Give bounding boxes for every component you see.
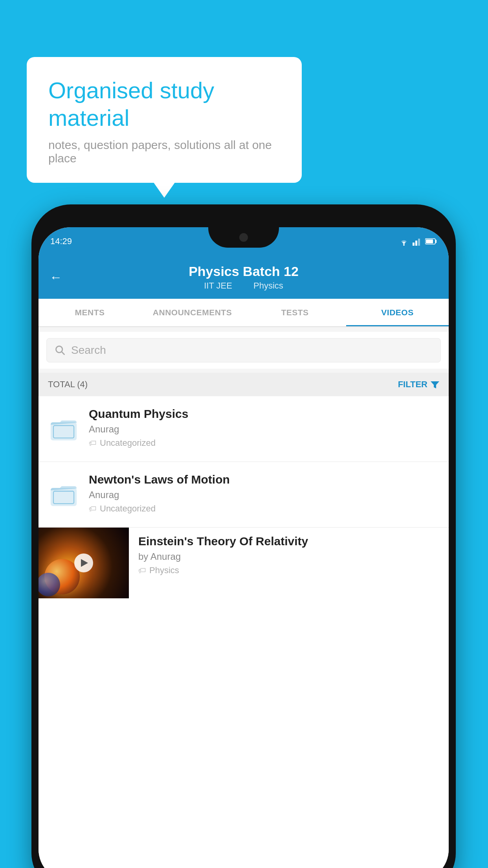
play-icon <box>81 559 88 567</box>
video-thumbnail-3 <box>39 528 129 598</box>
folder-icon <box>50 416 77 442</box>
video-tag-1: 🏷 Uncategorized <box>89 438 439 448</box>
tab-videos[interactable]: VIDEOS <box>346 299 449 326</box>
video-author-1: Anurag <box>89 424 439 435</box>
filter-icon <box>431 381 439 388</box>
speech-bubble: Organised study material notes, question… <box>27 57 302 183</box>
search-input-wrapper[interactable]: Search <box>46 338 441 362</box>
app-header: ← Physics Batch 12 IIT JEE Physics <box>39 256 449 299</box>
svg-rect-3 <box>418 239 420 246</box>
camera <box>239 233 248 242</box>
video-title-2: Newton's Laws of Motion <box>89 473 439 486</box>
notch <box>208 227 279 248</box>
svg-point-0 <box>403 244 405 246</box>
video-author-3: by Anurag <box>138 551 449 562</box>
video-thumbnail-2 <box>48 473 79 516</box>
folder-icon <box>50 481 77 508</box>
header-subtitle: IIT JEE Physics <box>199 281 288 291</box>
video-info-3: Einstein's Theory Of Relativity by Anura… <box>138 528 449 576</box>
status-bar: 14:29 <box>39 227 449 256</box>
video-info-2: Newton's Laws of Motion Anurag 🏷 Uncateg… <box>89 473 439 514</box>
speech-bubble-subtitle: notes, question papers, solutions all at… <box>48 138 280 165</box>
svg-line-8 <box>62 352 64 354</box>
subtitle-iitjee: IIT JEE <box>204 281 232 291</box>
svg-marker-9 <box>431 381 439 388</box>
svg-rect-1 <box>413 243 415 246</box>
total-count: TOTAL (4) <box>48 379 88 390</box>
video-tag-2: 🏷 Uncategorized <box>89 504 439 514</box>
svg-rect-6 <box>426 239 433 243</box>
back-button[interactable]: ← <box>50 270 62 285</box>
search-input[interactable]: Search <box>71 344 106 357</box>
list-item[interactable]: Einstein's Theory Of Relativity by Anura… <box>39 528 449 609</box>
subtitle-physics: Physics <box>253 281 283 291</box>
content-area: Quantum Physics Anurag 🏷 Uncategorized <box>39 396 449 868</box>
svg-rect-2 <box>415 241 417 246</box>
status-icons <box>398 237 437 246</box>
tabs-bar: MENTS ANNOUNCEMENTS TESTS VIDEOS <box>39 299 449 327</box>
play-button[interactable] <box>74 554 93 572</box>
tag-icon-1: 🏷 <box>89 439 97 448</box>
wifi-icon <box>398 237 409 246</box>
tab-announcements[interactable]: ANNOUNCEMENTS <box>141 299 244 326</box>
phone-frame: 14:29 <box>31 204 456 868</box>
svg-rect-5 <box>435 240 437 243</box>
speech-bubble-title: Organised study material <box>48 77 280 131</box>
battery-icon <box>425 238 437 245</box>
tab-tests[interactable]: TESTS <box>244 299 346 326</box>
tag-icon-3: 🏷 <box>138 566 146 575</box>
phone-screen: 14:29 <box>39 227 449 868</box>
video-thumbnail-1 <box>48 407 79 451</box>
search-icon <box>55 345 66 356</box>
filter-button[interactable]: FILTER <box>398 379 439 390</box>
video-tag-3: 🏷 Physics <box>138 565 449 576</box>
video-author-2: Anurag <box>89 489 439 500</box>
list-item[interactable]: Newton's Laws of Motion Anurag 🏷 Uncateg… <box>39 462 449 528</box>
video-title-3: Einstein's Theory Of Relativity <box>138 535 449 548</box>
video-info-1: Quantum Physics Anurag 🏷 Uncategorized <box>89 407 439 448</box>
list-item[interactable]: Quantum Physics Anurag 🏷 Uncategorized <box>39 396 449 462</box>
status-time: 14:29 <box>50 236 72 246</box>
search-container: Search <box>39 332 449 369</box>
video-title-1: Quantum Physics <box>89 407 439 421</box>
tab-ments[interactable]: MENTS <box>39 299 141 326</box>
tag-icon-2: 🏷 <box>89 504 97 513</box>
signal-icon <box>413 237 422 246</box>
filter-row: TOTAL (4) FILTER <box>39 373 449 396</box>
header-title: Physics Batch 12 <box>189 264 299 279</box>
